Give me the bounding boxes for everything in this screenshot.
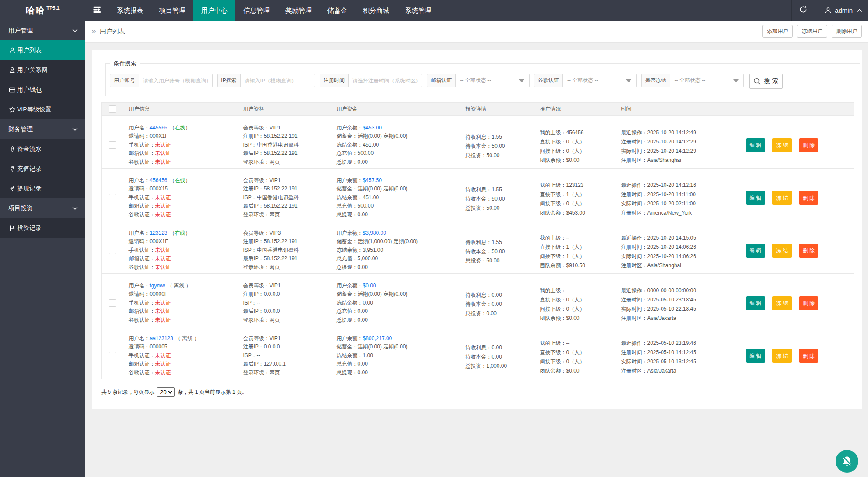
cell-line: 手机认证：未认证 — [129, 246, 238, 255]
sidebar-item-star-0-3[interactable]: VIP等级设置 — [0, 100, 85, 119]
sidebar-item-wallet-0-2[interactable]: 用户钱包 — [0, 80, 85, 100]
username-link[interactable]: 456456 — [150, 177, 167, 183]
sidebar-group-1[interactable]: 财务管理 — [0, 119, 85, 139]
add-user-button[interactable]: 添加用户 — [762, 25, 793, 38]
google-auth-select[interactable]: -- 全部状态 -- — [562, 74, 637, 87]
topnav-item-2[interactable]: 用户中心 — [193, 0, 235, 21]
sidebar-group-2[interactable]: 项目投资 — [0, 198, 85, 218]
freeze-button[interactable]: 冻 结 — [772, 244, 792, 258]
sidebar-item-rupee-1-1[interactable]: 充值记录 — [0, 159, 85, 179]
cell-line: 总投资：50.00 — [466, 256, 534, 265]
topnav-item-5[interactable]: 储蓄金 — [320, 0, 355, 21]
delete-button[interactable]: 删 除 — [799, 191, 818, 205]
username-link[interactable]: aa123123 — [150, 335, 173, 341]
page-size-select[interactable]: 20 — [157, 387, 175, 397]
row-actions-cell: 编 辑 冻 结 删 除 — [740, 326, 854, 379]
edit-button[interactable]: 编 辑 — [746, 244, 765, 258]
frozen-state-select[interactable]: -- 全部状态 -- — [670, 74, 744, 87]
breadcrumb-arrow-icon: » — [92, 27, 96, 36]
topnav-item-7[interactable]: 系统管理 — [397, 0, 439, 21]
email-auth-select[interactable]: -- 全部状态 -- — [455, 74, 530, 87]
edit-button[interactable]: 编 辑 — [746, 191, 765, 205]
sidebar-group-0[interactable]: 用户管理 — [0, 21, 85, 40]
delete-user-button[interactable]: 删除用户 — [832, 25, 862, 38]
pagination-suffix: 条，共 1 页当前显示第 1 页。 — [178, 388, 247, 396]
user-fund-cell: 用户余额：$800,217.00 储蓄金：活期(0.00) 定期(0.00) 冻… — [331, 326, 460, 379]
ip-input[interactable] — [240, 74, 315, 87]
select-all-checkbox[interactable] — [109, 105, 116, 113]
row-checkbox[interactable] — [109, 141, 116, 149]
row-checkbox[interactable] — [109, 247, 116, 254]
cell-line: 谷歌认证：未认证 — [129, 158, 238, 167]
edit-button[interactable]: 编 辑 — [746, 349, 765, 363]
cell-line: 冻结余额：451.00 — [337, 194, 460, 202]
cell-line: 储蓄金：活期(1,000.00) 定期(0.00) — [337, 237, 460, 246]
row-checkbox[interactable] — [109, 352, 116, 359]
cell-line: 谷歌认证：未认证 — [129, 316, 238, 325]
cell-line: 用户余额：$457.50 — [337, 176, 460, 185]
search-button[interactable]: 搜 索 — [749, 74, 783, 89]
row-checkbox[interactable] — [109, 299, 116, 307]
cell-line: 登录环境：网页 — [243, 316, 331, 325]
promotion-cell: 我的上级：456456 直接下级：0（人） 间接下级：0（人） 团队余额：$0.… — [534, 116, 615, 169]
topnav-item-3[interactable]: 信息管理 — [235, 0, 277, 21]
cell-line: 最后IP：0.0.0.0 — [243, 307, 331, 316]
row-checkbox[interactable] — [109, 194, 116, 201]
ip-field-label: IP搜索 — [217, 74, 240, 87]
freeze-user-button[interactable]: 冻结用户 — [797, 25, 827, 38]
sidebar-item-bitcoin-1-0[interactable]: 资金流水 — [0, 139, 85, 159]
freeze-button[interactable]: 冻 结 — [772, 349, 792, 363]
topnav-item-6[interactable]: 积分商城 — [355, 0, 397, 21]
cell-line: 总提现：0.00 — [337, 263, 460, 272]
edit-button[interactable]: 编 辑 — [746, 138, 765, 152]
regtime-field-label: 注册时间 — [320, 74, 348, 87]
cell-line: 用户余额：$0.00 — [337, 282, 460, 291]
sidebar-item-users-0-1[interactable]: 用户关系网 — [0, 60, 85, 80]
delete-button[interactable]: 删 除 — [799, 296, 818, 310]
topnav-item-0[interactable]: 系统报表 — [109, 0, 151, 21]
sidebar-toggle-button[interactable] — [85, 0, 109, 21]
refresh-button[interactable] — [791, 0, 815, 21]
user-fund-cell: 用户余额：$3,980.00 储蓄金：活期(1,000.00) 定期(0.00)… — [331, 221, 460, 274]
topnav-item-1[interactable]: 项目管理 — [151, 0, 193, 21]
edit-button[interactable]: 编 辑 — [746, 296, 765, 310]
sidebar-item-user-0-0[interactable]: 用户列表 — [0, 40, 85, 60]
ip-field-group: IP搜索 — [217, 74, 315, 87]
sidebar-item-rupee-1-2[interactable]: 提现记录 — [0, 179, 85, 198]
sidebar-item-flag-2-0[interactable]: 投资记录 — [0, 218, 85, 238]
freeze-button[interactable]: 冻 结 — [772, 296, 792, 310]
status-badge: 在线 — [175, 230, 185, 236]
freeze-button[interactable]: 冻 结 — [772, 191, 792, 205]
delete-button[interactable]: 删 除 — [799, 244, 818, 258]
time-cell: 最近操作：0000-00-00 00:00:00 注册时间：2025-05-10… — [615, 274, 740, 326]
email-auth-group: 邮箱认证 -- 全部状态 -- — [427, 74, 530, 87]
regtime-input[interactable] — [348, 74, 422, 87]
topbar: 哈哈TP5.1 系统报表 项目管理 用户中心 信息管理 奖励管理 储蓄金 积分商… — [0, 0, 868, 21]
cell-line: 实际时间：2025-05-10 22:18:45 — [621, 305, 740, 314]
cell-line: 待收利息：1.55 — [466, 185, 534, 194]
search-legend: 条件搜索 — [110, 60, 140, 67]
cell-line: 注册时区：Asia/Jakarta — [621, 366, 740, 376]
topnav-item-4[interactable]: 奖励管理 — [277, 0, 320, 21]
search-fieldset: 条件搜索 用户账号 IP搜索 注册时间 邮箱认证 -- 全部状态 -- — [105, 63, 860, 96]
content-card: 条件搜索 用户账号 IP搜索 注册时间 邮箱认证 -- 全部状态 -- — [92, 50, 862, 409]
notification-fab[interactable] — [836, 450, 858, 473]
cell-line: 注册时区：Asia/Jakarta — [621, 314, 740, 323]
caret-down-icon — [626, 79, 631, 82]
sidebar-group-label: 财务管理 — [8, 126, 33, 133]
cell-line: 间接下级：1（人） — [540, 252, 615, 261]
delete-button[interactable]: 删 除 — [799, 349, 818, 363]
username-link[interactable]: 123123 — [150, 230, 167, 236]
cell-line: 总投资：1,000.00 — [466, 362, 534, 371]
delete-button[interactable]: 删 除 — [799, 138, 818, 152]
admin-menu[interactable]: admin — [815, 0, 868, 21]
sidebar-group-label: 用户管理 — [8, 27, 33, 34]
freeze-button[interactable]: 冻 结 — [772, 138, 792, 152]
row-select-cell — [102, 326, 123, 379]
frozen-state-group: 是否冻结 -- 全部状态 -- — [641, 74, 744, 87]
username-link[interactable]: tgymw — [150, 283, 165, 289]
google-auth-group: 谷歌认证 -- 全部状态 -- — [534, 74, 637, 87]
account-input[interactable] — [139, 74, 213, 87]
user-info-cell: 用户名：445566（在线） 邀请码：000X1F 手机认证：未认证 邮箱认证：… — [123, 116, 238, 169]
username-link[interactable]: 445566 — [150, 125, 167, 131]
